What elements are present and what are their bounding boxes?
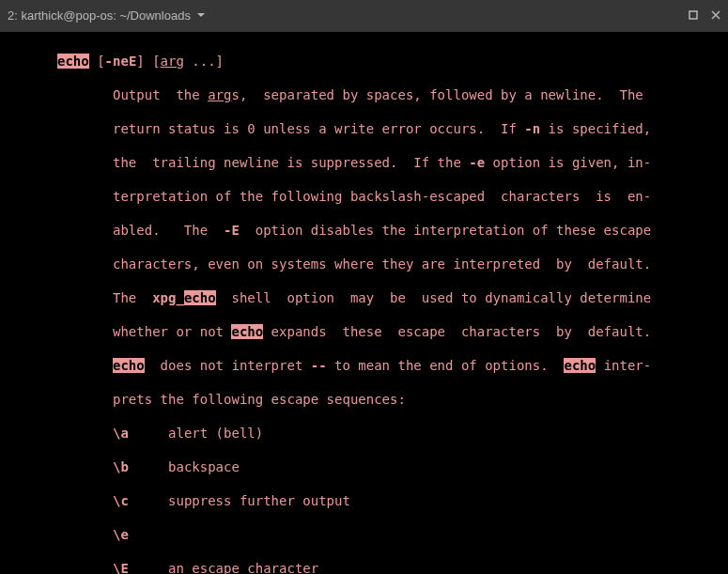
escape-seq: \b backspace (2, 458, 726, 475)
desc-line: return status is 0 unless a write error … (2, 120, 726, 137)
desc-line: terpretation of the following backslash-… (2, 188, 726, 205)
desc-line: the trailing newline is suppressed. If t… (2, 154, 726, 171)
terminal-output[interactable]: echo [-neE] [arg ...] Output the args, s… (0, 32, 728, 574)
escape-seq: \E an escape character (2, 560, 726, 574)
escape-seq: \c suppress further output (2, 492, 726, 509)
arg-label: arg (161, 54, 184, 69)
window-controls (689, 8, 720, 24)
desc-line: prets the following escape sequences: (2, 391, 726, 408)
escape-seq: \a alert (bell) (2, 425, 726, 442)
svg-rect-0 (689, 11, 697, 19)
window-title-area: 2: karthick@pop-os: ~/Downloads (8, 8, 689, 24)
synopsis-line: echo [-neE] [arg ...] (2, 53, 726, 70)
window-titlebar: 2: karthick@pop-os: ~/Downloads (0, 0, 728, 32)
desc-line: Output the args, separated by spaces, fo… (2, 86, 726, 103)
flags: -neE (105, 54, 137, 69)
desc-line: whether or not echo expands these escape… (2, 323, 726, 340)
echo-cmd: echo (57, 54, 89, 69)
desc-line: echo does not interpret -- to mean the e… (2, 357, 726, 374)
desc-line: abled. The -E option disables the interp… (2, 222, 726, 239)
desc-line: characters, even on systems where they a… (2, 256, 726, 272)
ellipsis: ...] (184, 54, 224, 69)
window-title: 2: karthick@pop-os: ~/Downloads (8, 8, 191, 24)
escape-seq: \e (2, 526, 726, 543)
maximize-button[interactable] (689, 8, 698, 24)
desc-line: The xpg_echo shell option may be used to… (2, 289, 726, 306)
dropdown-icon[interactable] (196, 8, 206, 24)
close-button[interactable] (711, 8, 720, 24)
